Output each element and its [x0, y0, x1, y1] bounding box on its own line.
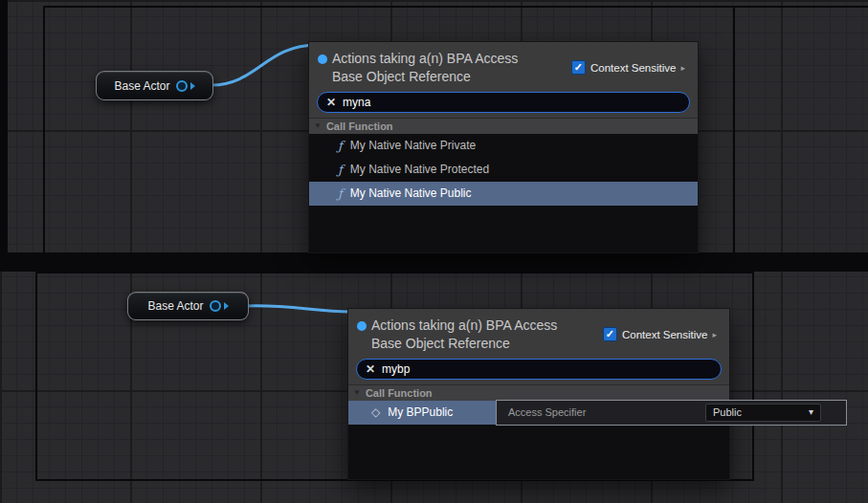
action-list: ◇ My BPPublic Access Specifier Public ▾: [348, 401, 729, 479]
action-list: ƒ My Native Native Private ƒ My Native N…: [309, 134, 698, 252]
list-item-label: My Native Native Private: [350, 139, 476, 152]
category-call-function[interactable]: ▼ Call Function: [309, 118, 698, 134]
function-icon: ƒ: [338, 140, 343, 152]
context-sensitive-label: Context Sensitive: [590, 62, 677, 74]
node-title: Base Actor: [114, 79, 169, 93]
blueprint-graph-editor: Base Actor Base Actor Actions taking a(n…: [0, 0, 868, 503]
search-input[interactable]: [382, 362, 712, 376]
list-item-selected[interactable]: ƒ My Native Native Public: [309, 182, 698, 206]
search-box[interactable]: ✕: [317, 92, 690, 113]
collapse-arrow-icon[interactable]: ▼: [353, 389, 361, 397]
base-actor-node[interactable]: Base Actor: [127, 292, 249, 320]
search-box[interactable]: ✕: [356, 359, 722, 380]
context-menu: Actions taking a(n) BPA Access Base Obje…: [308, 41, 699, 253]
list-item-label: My Native Native Protected: [350, 163, 489, 176]
context-sensitive-checkbox[interactable]: ✓: [571, 60, 586, 75]
dropdown-value: Public: [713, 406, 742, 418]
connection-wire: [245, 306, 350, 312]
category-label: Call Function: [326, 120, 393, 132]
context-sensitive-label: Context Sensitive: [622, 329, 708, 340]
context-menu-title: Actions taking a(n) BPA Access Base Obje…: [332, 50, 543, 86]
list-item[interactable]: ƒ My Native Native Protected: [309, 158, 698, 182]
context-sensitive-toggle[interactable]: ✓ Context Sensitive ▸: [603, 327, 717, 341]
submenu-arrow-icon[interactable]: ▸: [680, 63, 685, 73]
search-input[interactable]: [343, 96, 680, 109]
context-menu-header: Actions taking a(n) BPA Access Base Obje…: [348, 309, 729, 384]
function-icon: ƒ: [338, 187, 343, 200]
pin-type-dot-icon: [357, 321, 367, 331]
context-menu-header: Actions taking a(n) BPA Access Base Obje…: [309, 42, 698, 118]
object-output-pin-icon[interactable]: [176, 80, 188, 92]
base-actor-node[interactable]: Base Actor: [96, 71, 213, 100]
pin-arrow-icon: [190, 82, 195, 90]
function-icon: ƒ: [338, 164, 343, 176]
submenu-arrow-icon[interactable]: ▸: [712, 330, 717, 339]
node-title: Base Actor: [147, 299, 203, 313]
collapse-arrow-icon[interactable]: ▼: [314, 122, 322, 130]
access-specifier-label: Access Specifier: [497, 406, 586, 418]
context-sensitive-checkbox[interactable]: ✓: [603, 327, 617, 341]
context-menu-title: Actions taking a(n) BPA Access Base Obje…: [371, 317, 582, 353]
list-item-selected[interactable]: ◇ My BPPublic: [348, 401, 496, 425]
blueprint-function-icon: ◇: [371, 406, 380, 418]
object-output-pin-icon[interactable]: [210, 300, 221, 312]
chevron-down-icon: ▾: [809, 407, 813, 417]
pin-type-dot-icon: [318, 55, 327, 64]
pin-arrow-icon: [224, 302, 229, 310]
access-specifier-dropdown[interactable]: Public ▾: [705, 404, 821, 422]
list-item[interactable]: ƒ My Native Native Private: [309, 134, 698, 158]
category-label: Call Function: [366, 387, 433, 399]
list-item-label: My BPPublic: [388, 405, 453, 419]
access-specifier-panel: Access Specifier Public ▾: [496, 400, 847, 426]
clear-search-icon[interactable]: ✕: [366, 363, 375, 375]
connection-wire: [211, 45, 317, 85]
context-sensitive-toggle[interactable]: ✓ Context Sensitive ▸: [571, 60, 685, 75]
clear-search-icon[interactable]: ✕: [326, 97, 336, 108]
category-call-function[interactable]: ▼ Call Function: [348, 384, 729, 401]
context-menu: Actions taking a(n) BPA Access Base Obje…: [347, 308, 730, 480]
list-item-label: My Native Native Public: [350, 186, 472, 200]
